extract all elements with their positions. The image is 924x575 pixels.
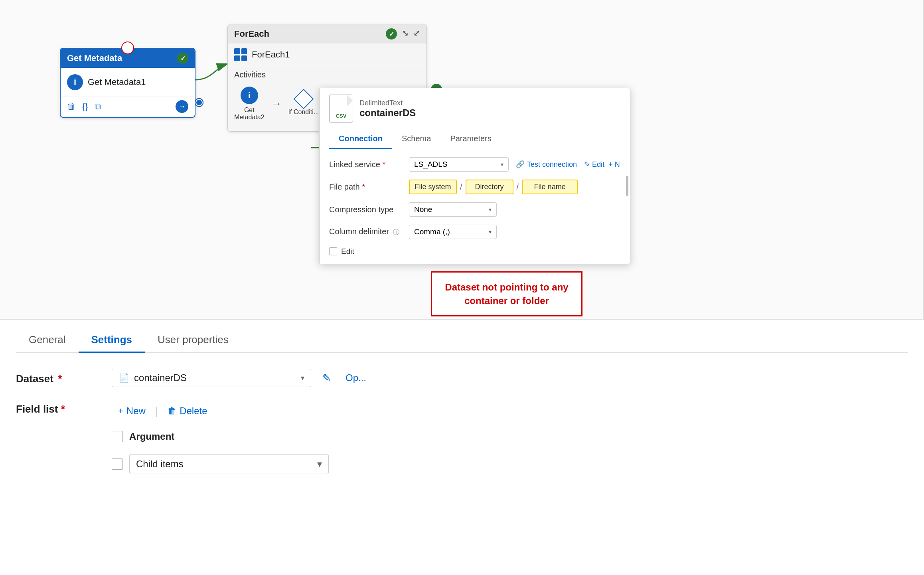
argument-column-label: Argument (129, 431, 249, 442)
dataset-panel-tabs: Connection Schema Parameters (320, 129, 630, 149)
node-top-indicator (121, 41, 134, 54)
dataset-dropdown-icon: 📄 (118, 373, 129, 383)
foreach-name: ForEach1 (252, 49, 290, 60)
mini-node-if: If Conditi... (288, 92, 319, 116)
file-name-box[interactable]: File name (522, 180, 578, 194)
node-status-check: ✓ (177, 53, 188, 64)
tab-settings[interactable]: Settings (79, 328, 145, 353)
copy-icon[interactable]: ⧉ (95, 101, 101, 112)
new-ls-btn[interactable]: + N (608, 160, 620, 169)
annotation-text: Dataset not pointing to any container or… (440, 281, 573, 307)
node-footer: 🗑 {} ⧉ → (61, 97, 195, 117)
inner-arrow: → (271, 97, 282, 110)
tab-connection[interactable]: Connection (329, 129, 392, 149)
dataset-dropdown[interactable]: 📄 containerDS ▾ (112, 369, 311, 387)
dataset-edit-btn[interactable]: ✎ (319, 370, 334, 386)
linked-service-row: Linked service * LS_ADLS ▾ 🔗 Test connec… (329, 157, 620, 172)
dataset-dropdown-value: containerDS (134, 372, 296, 383)
new-button[interactable]: + New (112, 403, 152, 419)
col-delimiter-control: Comma (,) ▾ (409, 225, 620, 239)
compression-arrow: ▾ (489, 206, 492, 213)
col-delimiter-arrow: ▾ (489, 229, 492, 235)
child-items-dropdown[interactable]: Child items ▾ (129, 454, 329, 474)
child-items-checkbox[interactable] (112, 458, 123, 470)
compression-value: None (414, 205, 486, 214)
dataset-field-control: 📄 containerDS ▾ ✎ Op... (112, 369, 908, 387)
delete-icon[interactable]: 🗑 (67, 101, 76, 112)
edit-checkbox-row: Edit (329, 247, 620, 256)
annotation-box: Dataset not pointing to any container or… (431, 271, 582, 316)
node-info-icon: i (67, 74, 83, 90)
node-body: i Get Metadata1 (61, 68, 195, 97)
dataset-panel-info: DelimitedText containerDS (359, 99, 416, 119)
linked-service-control: LS_ADLS ▾ 🔗 Test connection ✎ Edit + N (409, 157, 620, 172)
compression-label: Compression type (329, 205, 401, 214)
col-delimiter-value: Comma (,) (414, 227, 486, 236)
dataset-field-row: Dataset * 📄 containerDS ▾ ✎ Op... (16, 369, 908, 387)
field-list-row: Field list * + New | 🗑 Delete (16, 403, 908, 474)
foreach-status: ✓ (386, 28, 397, 40)
mini-info-icon: i (241, 87, 258, 104)
delete-trash-icon: 🗑 (168, 406, 176, 416)
dataset-field-label: Dataset * (16, 369, 96, 385)
dataset-panel-header: CSV DelimitedText containerDS (320, 88, 630, 129)
test-connection-btn[interactable]: 🔗 Test connection (513, 158, 580, 170)
dataset-type: DelimitedText (359, 99, 416, 107)
directory-box[interactable]: Directory (466, 180, 513, 194)
file-path-row: File path * File system / Directory / Fi… (329, 180, 620, 194)
node-name: Get Metadata1 (88, 77, 146, 87)
mini-label-if: If Conditi... (288, 109, 319, 116)
ls-dropdown-arrow: ▾ (501, 161, 503, 168)
test-conn-icon: 🔗 (516, 160, 525, 169)
expand-icon[interactable]: ⤢ (413, 28, 420, 40)
foreach-title: ForEach (234, 29, 269, 39)
new-plus-icon: + (118, 406, 123, 416)
child-items-row: Child items ▾ (112, 454, 329, 474)
scroll-indicator (626, 176, 628, 196)
dataset-panel-body: Linked service * LS_ADLS ▾ 🔗 Test connec… (320, 149, 630, 264)
file-path-label: File path * (329, 182, 401, 192)
table-header-row: Argument (112, 427, 329, 446)
node-title: Get Metadata (67, 53, 122, 63)
compression-dropdown[interactable]: None ▾ (409, 202, 497, 217)
select-all-checkbox[interactable] (112, 431, 123, 442)
bottom-panel: General Settings User properties Dataset… (0, 319, 924, 575)
edit-ls-btn[interactable]: ✎ Edit (584, 160, 604, 169)
node-footer-icons[interactable]: 🗑 {} ⧉ (67, 101, 101, 112)
field-list-label: Field list * (16, 403, 96, 415)
node-arrow-btn[interactable]: → (176, 100, 188, 113)
foreach-header-icons[interactable]: ✓ ⤡ ⤢ (386, 28, 420, 40)
tab-schema[interactable]: Schema (392, 129, 440, 149)
braces-icon[interactable]: {} (82, 101, 88, 112)
edit-checkbox[interactable] (329, 247, 337, 255)
delete-button[interactable]: 🗑 Delete (161, 403, 213, 419)
file-system-box[interactable]: File system (409, 180, 457, 194)
file-path-control: File system / Directory / File name (409, 180, 620, 194)
tab-general[interactable]: General (16, 328, 79, 353)
dataset-open-btn[interactable]: Op... (342, 371, 369, 385)
dataset-dropdown-arrow: ▾ (301, 373, 304, 382)
mini-node-get-metadata2: i GetMetadata2 (234, 87, 265, 121)
csv-file-icon: CSV (329, 95, 353, 123)
dataset-panel: CSV DelimitedText containerDS Connection… (319, 88, 630, 264)
foreach-header: ForEach ✓ ⤡ ⤢ (228, 24, 426, 43)
tab-parameters[interactable]: Parameters (440, 129, 501, 149)
foreach-grid-icon (234, 48, 247, 61)
csv-grid (340, 106, 342, 111)
field-list-control: + New | 🗑 Delete Argument (112, 403, 908, 474)
column-delimiter-row: Column delimiter ⓘ Comma (,) ▾ (329, 225, 620, 239)
linked-service-dropdown[interactable]: LS_ADLS ▾ (409, 157, 509, 172)
diamond-shape (293, 89, 314, 109)
edit-label: Edit (341, 247, 354, 256)
linked-service-value: LS_ADLS (414, 160, 498, 169)
complete-output (195, 99, 203, 106)
tab-user-properties[interactable]: User properties (145, 328, 241, 353)
foreach-name-row: ForEach1 (228, 43, 426, 66)
panel-content: Dataset * 📄 containerDS ▾ ✎ Op... Field … (16, 353, 908, 474)
compress-icon[interactable]: ⤡ (402, 28, 409, 40)
child-items-arrow: ▾ (317, 458, 322, 470)
info-icon: ⓘ (393, 229, 399, 235)
col-delimiter-dropdown[interactable]: Comma (,) ▾ (409, 225, 497, 239)
get-metadata-node: Get Metadata ✓ i Get Metadata1 🗑 {} ⧉ → (60, 48, 195, 118)
fl-actions: + New | 🗑 Delete (112, 403, 329, 419)
